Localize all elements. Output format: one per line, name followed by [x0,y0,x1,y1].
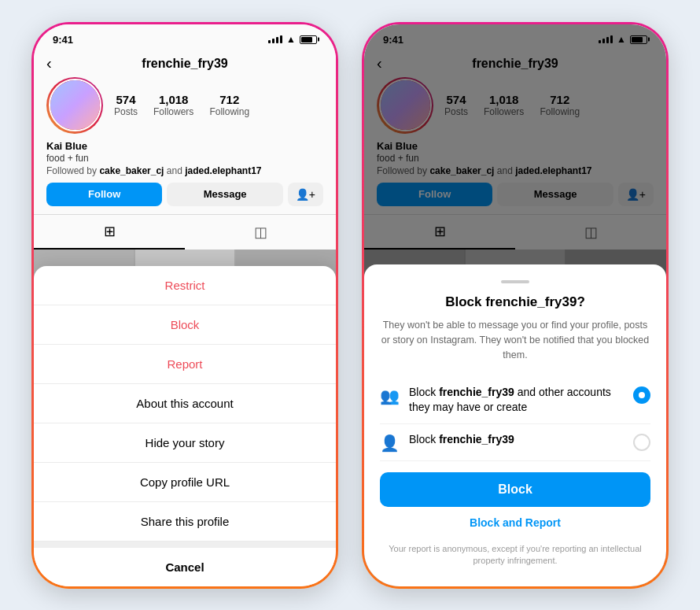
follow-button-left[interactable]: Follow [46,183,162,206]
phone-left: 9:41 ▲ ‹ frenchie_fry39 [31,22,338,589]
avatar-left [46,77,103,134]
profile-followed-left: Followed by cake_baker_cj and jaded.elep… [46,165,323,176]
battery-icon [300,35,317,44]
tab-tagged-left[interactable]: ◫ [185,215,336,250]
block-option-2-text: Block frenchie_fry39 [409,432,624,448]
stat-following-label: Following [209,106,249,117]
block-option-2[interactable]: 👤 Block frenchie_fry39 [380,424,650,461]
sheet-copy-url[interactable]: Copy profile URL [34,463,336,502]
dialog-footer: Your report is anonymous, except if you'… [380,543,650,567]
stat-posts-number: 574 [116,93,135,106]
sheet-report[interactable]: Report [34,345,336,384]
status-bar-left: 9:41 ▲ [34,24,336,49]
stat-following-number: 712 [219,93,239,106]
block-option-1[interactable]: 👥 Block frenchie_fry39 and other account… [380,377,650,424]
wifi-icon: ▲ [286,34,296,45]
drag-handle [501,280,529,283]
add-friend-button-left[interactable]: 👤+ [288,183,323,206]
signal-icon [268,35,282,43]
radio-selected[interactable] [633,386,650,404]
sheet-restrict[interactable]: Restrict [34,266,336,305]
dialog-overlay-right: Block frenchie_fry39? They won't be able… [364,24,666,586]
message-button-left[interactable]: Message [167,183,282,206]
dialog-title: Block frenchie_fry39? [380,294,650,310]
action-sheet-left: Restrict Block Report About this account… [34,266,336,586]
radio-unselected[interactable] [633,434,650,451]
block-dialog: Block frenchie_fry39? They won't be able… [364,264,666,586]
stat-followers-label: Followers [153,106,193,117]
stat-followers-number: 1,018 [159,93,189,106]
dialog-description: They won't be able to message you or fin… [380,318,650,362]
phone-right: 9:41 ▲ ‹ frenchie_fry39 [362,22,669,589]
profile-bio-left: food + fun [46,153,323,164]
sheet-block[interactable]: Block [34,305,336,345]
profile-info-row-left: 574 Posts 1,018 Followers 712 Following [46,77,323,134]
stat-following-left: 712 Following [209,93,249,117]
sheet-share[interactable]: Share this profile [34,502,336,542]
sheet-about[interactable]: About this account [34,384,336,423]
sheet-hide-story[interactable]: Hide your story [34,423,336,463]
user-accounts-icon: 👥 [380,386,400,405]
user-icon: 👤 [380,434,400,453]
time-left: 9:41 [53,34,73,46]
sheet-cancel[interactable]: Cancel [34,542,336,586]
status-icons-left: ▲ [268,34,317,45]
tab-row-left: ⊞ ◫ [34,214,336,250]
username-title-left: frenchie_fry39 [142,57,227,71]
profile-header-left: ‹ frenchie_fry39 574 Posts 1,018 Followe… [34,49,336,214]
block-report-button[interactable]: Block and Report [380,507,650,538]
back-button-left[interactable]: ‹ [46,54,52,72]
stat-followers-left: 1,018 Followers [153,93,193,117]
profile-name-left: Kai Blue [46,140,323,152]
block-option-1-text: Block frenchie_fry39 and other accounts … [409,385,624,416]
block-confirm-button[interactable]: Block [380,472,650,507]
nav-row-left: ‹ frenchie_fry39 [46,54,323,77]
stat-posts-label: Posts [114,106,138,117]
stats-row-left: 574 Posts 1,018 Followers 712 Following [114,93,249,117]
action-buttons-left: Follow Message 👤+ [46,183,323,206]
stat-posts-left: 574 Posts [114,93,138,117]
tab-grid-left[interactable]: ⊞ [34,215,185,250]
